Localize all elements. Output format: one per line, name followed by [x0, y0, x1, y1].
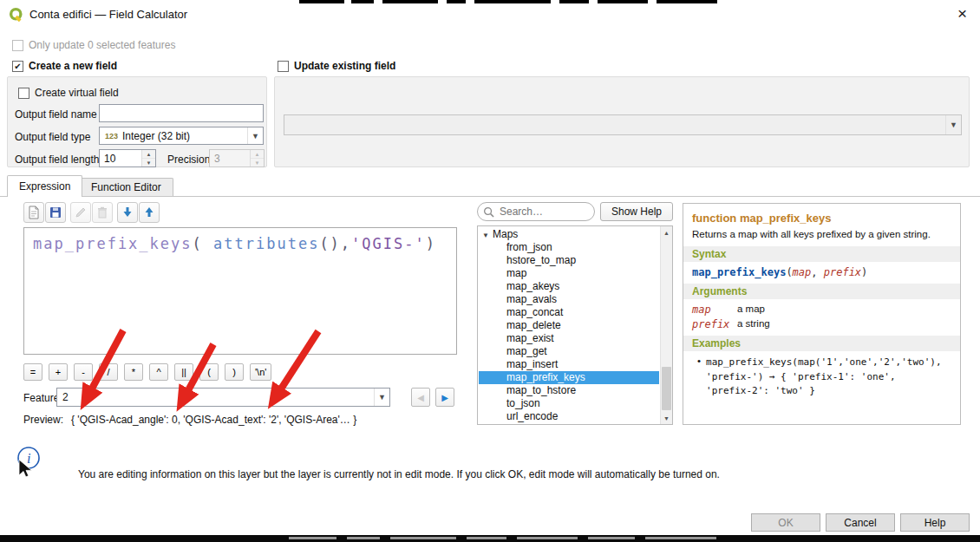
checkmark-icon: ✔ [14, 62, 21, 71]
scroll-up-icon[interactable]: ▲ [661, 226, 672, 238]
operator-button[interactable]: ( [199, 363, 219, 381]
tree-item[interactable]: map [479, 267, 659, 280]
function-tree: ▼Maps from_json hstore_to_map map map_ak… [477, 225, 673, 425]
edit-mode-message: You are editing information on this laye… [78, 468, 720, 480]
tree-item[interactable]: map_insert [479, 358, 659, 371]
update-existing-group: ▼ [274, 76, 970, 167]
chevron-down-icon: ▼ [945, 115, 961, 134]
output-field-length-label: Output field length [15, 153, 99, 166]
precision-label: Precision [167, 153, 210, 166]
expression-editor[interactable]: map_prefix_keys( attributes(),'QGIS-') [23, 227, 457, 355]
function-search[interactable] [477, 202, 595, 221]
import-expressions-button[interactable] [117, 202, 138, 223]
spin-down-icon[interactable]: ▼ [142, 159, 155, 167]
tab-label: Expression [19, 180, 70, 193]
tab-label: Function Editor [91, 181, 161, 193]
output-field-length-spinner[interactable]: 10 ▲▼ [99, 149, 156, 167]
feature-combo[interactable]: 2 ▼ [56, 388, 390, 407]
operator-button[interactable]: + [49, 363, 68, 381]
only-update-label: Only update 0 selected features [29, 39, 175, 51]
operator-button[interactable]: ^ [149, 363, 168, 381]
function-help-panel: function map_prefix_keys Returns a map w… [683, 203, 961, 425]
cancel-button[interactable]: Cancel [826, 513, 895, 532]
preview-label: Preview: [23, 414, 63, 426]
output-field-type-label: Output field type [15, 131, 90, 143]
tree-item[interactable]: map_akeys [479, 280, 659, 293]
tree-scrollbar[interactable]: ▲ ▼ [660, 226, 672, 424]
create-virtual-field-label: Create virtual field [35, 87, 119, 99]
tree-item[interactable]: to_json [479, 397, 659, 410]
update-existing-field-checkbox[interactable] [278, 61, 289, 72]
output-field-length-value: 10 [104, 153, 115, 165]
tree-item[interactable]: map_delete [479, 319, 659, 332]
operator-button[interactable]: || [174, 363, 193, 381]
expanded-arrow-icon: ▼ [482, 229, 493, 242]
tree-item[interactable]: from_json [479, 241, 659, 254]
spin-down-icon: ▼ [251, 159, 264, 167]
export-expressions-button[interactable] [139, 202, 160, 223]
show-help-button[interactable]: Show Help [600, 202, 673, 221]
save-expression-button[interactable] [45, 202, 66, 223]
precision-value: 3 [214, 153, 220, 165]
edit-expression-icon [74, 206, 88, 219]
chevron-down-icon: ▼ [247, 127, 263, 144]
spin-up-icon[interactable]: ▲ [142, 150, 155, 159]
output-field-name-input[interactable] [99, 104, 264, 122]
tree-item-selected[interactable]: map_prefix_keys [479, 371, 659, 384]
titlebar: Conta edifici — Field Calculator × [0, 3, 980, 28]
tree-item[interactable]: map_get [479, 345, 659, 358]
bullet-icon: • [697, 356, 701, 399]
output-field-type-combo[interactable]: 123 Integer (32 bit) ▼ [99, 127, 264, 145]
help-button[interactable]: Help [900, 513, 970, 532]
ok-label: OK [778, 517, 793, 529]
tree-group-maps[interactable]: ▼Maps [479, 228, 659, 241]
tab-pane-border [0, 196, 980, 197]
tree-item[interactable]: map_avals [479, 293, 659, 306]
next-feature-icon: ▶ [441, 393, 448, 402]
tab-expression[interactable]: Expression [7, 175, 82, 197]
help-label: Help [924, 517, 946, 529]
ok-button[interactable]: OK [751, 513, 820, 532]
expression-code: map_prefix_keys( attributes(),'QGIS-') [33, 235, 448, 252]
output-field-name-label: Output field name [15, 108, 97, 121]
window-title: Conta edifici — Field Calculator [29, 8, 187, 21]
arguments-header: Arguments [683, 284, 960, 299]
existing-field-combo: ▼ [284, 114, 962, 135]
scroll-down-icon[interactable]: ▼ [661, 412, 672, 424]
syntax-header: Syntax [683, 246, 960, 262]
argument-row: map a map [692, 304, 951, 316]
edit-expression-button [70, 202, 91, 223]
close-icon[interactable]: × [957, 4, 967, 23]
show-help-label: Show Help [611, 206, 662, 218]
operator-button[interactable]: = [23, 363, 42, 381]
field-calculator-dialog: Conta edifici — Field Calculator × Only … [0, 0, 980, 542]
help-title: function map_prefix_keys [692, 212, 951, 225]
create-virtual-field-checkbox[interactable] [18, 88, 29, 99]
precision-spinner: 3 ▲▼ [209, 149, 265, 167]
example-code: map_prefix_keys(map('1','one','2','two')… [706, 356, 942, 399]
qgis-logo-icon [9, 7, 24, 25]
search-input[interactable] [498, 205, 588, 219]
integer-type-icon: 123 [105, 132, 118, 140]
search-icon [483, 206, 494, 218]
feature-value: 2 [62, 391, 69, 403]
operator-button[interactable]: - [74, 363, 93, 381]
delete-expression-icon [95, 206, 109, 219]
create-new-field-checkbox[interactable]: ✔ [12, 61, 23, 72]
tree-item[interactable]: map_exist [479, 332, 659, 345]
tree-item[interactable]: hstore_to_map [479, 254, 659, 267]
examples-header: Examples [683, 336, 960, 351]
operator-button[interactable]: / [99, 363, 118, 381]
operator-button[interactable]: * [124, 363, 143, 381]
operator-button[interactable]: '\n' [250, 363, 271, 381]
tree-item[interactable]: url_encode [479, 410, 659, 423]
export-expressions-icon [142, 206, 156, 219]
tab-function-editor[interactable]: Function Editor [79, 178, 173, 196]
operator-button[interactable]: ) [225, 363, 244, 381]
argument-row: prefix a string [692, 318, 951, 330]
tree-item[interactable]: map_concat [479, 306, 659, 319]
scrollbar-thumb[interactable] [662, 367, 671, 410]
new-expression-button[interactable] [23, 202, 44, 223]
tree-item[interactable]: map_to_hstore [479, 384, 659, 397]
next-feature-button[interactable]: ▶ [435, 388, 454, 407]
